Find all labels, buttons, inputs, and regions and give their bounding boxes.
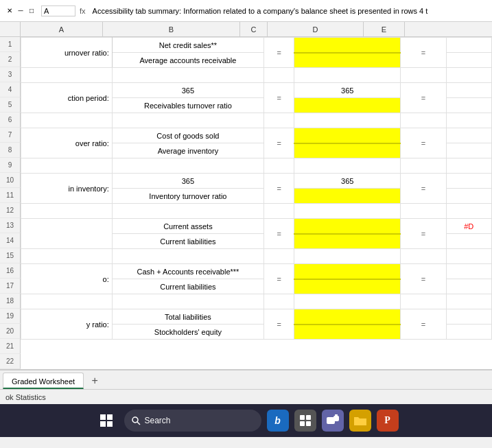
cell-d5[interactable] — [294, 98, 401, 113]
row-num-4: 4 — [0, 82, 21, 97]
cell-e7[interactable]: = — [401, 128, 446, 158]
row-num-19: 19 — [0, 309, 21, 324]
cell-e-blank6 — [401, 294, 446, 309]
cell-d-blank4 — [294, 204, 401, 219]
cell-b10[interactable]: 365 — [112, 174, 263, 189]
svg-rect-3 — [107, 421, 113, 427]
cell-b7[interactable]: Cost of goods sold — [112, 128, 263, 143]
cell-b-blank3 — [112, 158, 263, 174]
cell-d16[interactable] — [294, 264, 401, 279]
cell-a7[interactable]: over ratio: — [21, 128, 113, 158]
col-header-a: A — [21, 22, 103, 36]
cell-f13[interactable]: #D — [446, 219, 491, 234]
row-num-20: 20 — [0, 324, 21, 339]
svg-rect-2 — [100, 421, 106, 427]
row-num-16: 16 — [0, 263, 21, 279]
cell-d14[interactable] — [294, 234, 401, 249]
cell-e19[interactable]: = — [401, 309, 446, 340]
cell-b4[interactable]: 365 — [112, 83, 263, 98]
row-num-11: 11 — [0, 188, 21, 203]
add-sheet-btn[interactable]: + — [86, 373, 103, 389]
cell-e1[interactable]: = — [401, 38, 446, 68]
cell-e13[interactable]: = — [401, 219, 446, 249]
cell-a-blank3 — [21, 158, 113, 174]
cell-a16[interactable]: o: — [21, 264, 113, 294]
cell-d-blank6 — [294, 294, 401, 309]
files-btn[interactable] — [349, 410, 371, 432]
cell-d-blank2 — [294, 113, 401, 128]
cell-c1[interactable]: = — [264, 38, 294, 68]
row-num-14: 14 — [0, 233, 21, 248]
cell-b11[interactable]: Inventory turnover ratio — [112, 189, 263, 204]
teams-btn[interactable] — [322, 410, 344, 432]
cell-e10[interactable]: = — [401, 174, 446, 204]
table-row: Current assets = = #D — [21, 219, 492, 234]
cell-a1[interactable]: urnover ratio: — [21, 38, 113, 68]
name-box[interactable] — [41, 5, 75, 16]
row-num-22: 22 — [0, 354, 21, 369]
close-btn[interactable]: ✕ — [5, 7, 14, 15]
cell-f-blank5 — [446, 249, 491, 264]
table-row: in inventory: 365 = 365 = — [21, 174, 492, 189]
row-num-21: 21 — [0, 339, 21, 354]
cell-f19 — [446, 309, 491, 325]
svg-rect-9 — [306, 421, 311, 426]
svg-line-5 — [137, 422, 140, 425]
cell-c19[interactable]: = — [264, 309, 294, 340]
cell-b8[interactable]: Average inventory — [112, 143, 263, 158]
cell-b5[interactable]: Receivables turnover ratio — [112, 98, 263, 113]
cell-f2 — [446, 53, 491, 68]
sheet-tab-graded[interactable]: Graded Worksheet — [3, 373, 84, 389]
max-btn[interactable]: □ — [27, 7, 36, 15]
cell-b14[interactable]: Current liabilities — [112, 234, 263, 249]
bing-icon-btn[interactable]: b — [267, 410, 289, 432]
cell-b17[interactable]: Current liabilities — [112, 279, 263, 294]
row-headers: 1 2 3 4 5 6 7 8 9 10 11 12 13 14 15 16 1… — [0, 37, 21, 369]
cell-d13[interactable] — [294, 219, 401, 234]
cell-a10[interactable]: in inventory: — [21, 174, 113, 204]
cell-a4[interactable]: ction period: — [21, 83, 113, 113]
cell-c13[interactable]: = — [264, 219, 294, 249]
cell-b19[interactable]: Total liabilities — [112, 309, 263, 325]
cell-c10[interactable]: = — [264, 174, 294, 204]
cell-d1[interactable] — [294, 38, 401, 53]
cell-e4[interactable]: = — [401, 83, 446, 113]
cell-f-blank4 — [446, 204, 491, 219]
desktop-btn[interactable] — [294, 410, 316, 432]
cell-d7[interactable] — [294, 128, 401, 143]
cell-b13[interactable]: Current assets — [112, 219, 263, 234]
cell-f1 — [446, 38, 491, 53]
cell-d10[interactable]: 365 — [294, 174, 401, 189]
cell-c-blank5 — [264, 249, 294, 264]
search-bar[interactable]: Search — [124, 410, 261, 432]
cell-d4[interactable]: 365 — [294, 83, 401, 98]
cell-b20[interactable]: Stockholders' equity — [112, 325, 263, 340]
cell-f-blank1 — [446, 68, 491, 83]
cell-b16[interactable]: Cash + Accounts receivable*** — [112, 264, 263, 279]
cell-f11 — [446, 189, 491, 204]
svg-rect-7 — [306, 415, 311, 420]
cell-d20[interactable] — [294, 325, 401, 340]
cell-b1[interactable]: Net credit sales** — [112, 38, 263, 53]
col-header-b: B — [103, 22, 240, 36]
grid-body: urnover ratio: Net credit sales** = = Av… — [21, 37, 492, 369]
table-row: urnover ratio: Net credit sales** = = — [21, 38, 492, 53]
cell-d17[interactable] — [294, 279, 401, 294]
min-btn[interactable]: ─ — [16, 7, 25, 15]
cell-d19[interactable] — [294, 309, 401, 325]
cell-b2[interactable]: Average accounts receivable — [112, 53, 263, 68]
grid: 1 2 3 4 5 6 7 8 9 10 11 12 13 14 15 16 1… — [0, 37, 492, 369]
cell-e16[interactable]: = — [401, 264, 446, 294]
cell-c4[interactable]: = — [264, 83, 294, 113]
row-num-7: 7 — [0, 128, 21, 143]
cell-d8[interactable] — [294, 143, 401, 158]
cell-a19[interactable]: y ratio: — [21, 309, 113, 340]
cell-c7[interactable]: = — [264, 128, 294, 158]
cell-d-blank5 — [294, 249, 401, 264]
cell-a13[interactable] — [21, 219, 113, 249]
windows-start-btn[interactable] — [94, 408, 119, 433]
cell-d2[interactable] — [294, 53, 401, 68]
cell-c16[interactable]: = — [264, 264, 294, 294]
cell-d11[interactable] — [294, 189, 401, 204]
powerpoint-btn[interactable]: P — [377, 410, 399, 432]
